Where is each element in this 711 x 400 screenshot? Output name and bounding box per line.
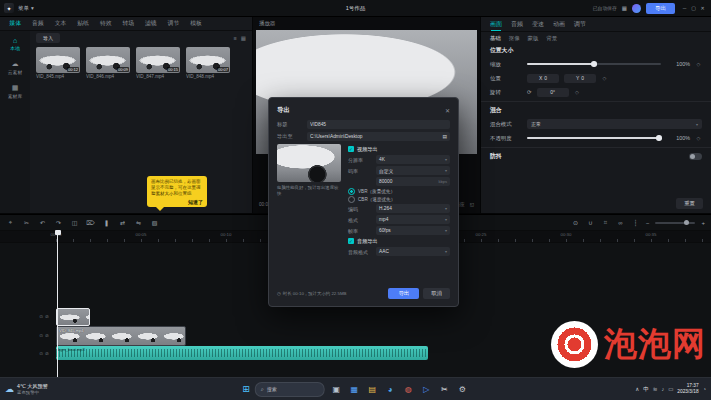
- video-clip-main[interactable]: VID_845.mp4: [56, 326, 186, 346]
- fps-select[interactable]: 60fps ▾: [376, 226, 450, 235]
- keyframe-icon[interactable]: ◇: [601, 75, 608, 81]
- keyframe-icon[interactable]: ◇: [695, 135, 702, 141]
- select-tool-icon[interactable]: ⌖: [6, 219, 15, 226]
- start-button[interactable]: ⊞: [242, 384, 250, 394]
- media-clip-thumb[interactable]: 00:09 VID_846.mp4: [86, 47, 130, 79]
- tooltip-confirm-button[interactable]: 知道了: [188, 199, 203, 205]
- export-button[interactable]: 导出: [646, 3, 675, 14]
- track-mute-icon[interactable]: ⊙: [39, 314, 43, 319]
- rotate-field[interactable]: 0°: [537, 88, 569, 97]
- export-cancel-button[interactable]: 取消: [423, 288, 450, 299]
- position-x-field[interactable]: X 0: [527, 74, 559, 83]
- mirror-icon[interactable]: ⇋: [134, 219, 143, 226]
- vbr-radio[interactable]: VBR（质量优先）: [348, 187, 450, 195]
- media-clip-thumb[interactable]: 00:12 VID_845.mp4: [36, 47, 80, 79]
- capcut-icon[interactable]: ✂: [438, 383, 451, 396]
- folder-icon[interactable]: ▤: [442, 134, 447, 139]
- media-clip-thumb[interactable]: 00:07 VID_848.mp4: [186, 47, 230, 79]
- cbr-radio[interactable]: CBR（速度优先）: [348, 195, 450, 203]
- timeline-zoom-slider[interactable]: [655, 222, 695, 224]
- tab-transitions[interactable]: 转场: [117, 19, 140, 28]
- tab-text[interactable]: 文本: [49, 19, 72, 28]
- sort-icon[interactable]: ≡: [234, 35, 237, 41]
- close-button[interactable]: ✕: [698, 5, 707, 11]
- layout-switch-icon[interactable]: ▦: [622, 5, 627, 11]
- task-view-icon[interactable]: ▣: [330, 383, 343, 396]
- playhead[interactable]: [57, 230, 58, 377]
- battery-icon[interactable]: ▭: [668, 386, 673, 392]
- volume-icon[interactable]: ♪: [661, 386, 664, 392]
- tab-audio[interactable]: 音频: [27, 19, 50, 28]
- crop-icon[interactable]: ▧: [150, 219, 159, 226]
- audio-clip[interactable]: bgm_beat.mp3: [56, 346, 428, 360]
- track-mute-icon[interactable]: ⊙: [39, 351, 43, 356]
- export-path-input[interactable]: C:\Users\Admin\Desktop ▤: [307, 132, 450, 141]
- keyframe-icon[interactable]: ◇: [574, 89, 581, 95]
- redo-icon[interactable]: ↷: [54, 219, 63, 226]
- subtab-basic[interactable]: 基础: [490, 35, 501, 42]
- notification-icon[interactable]: ◔: [703, 386, 706, 392]
- scale-slider[interactable]: [527, 63, 661, 65]
- tab-adjust-props[interactable]: 调节: [574, 17, 586, 31]
- bitrate-select[interactable]: 自定义 ▾: [376, 166, 450, 175]
- widgets-icon[interactable]: ▦: [348, 383, 361, 396]
- tab-audio-props[interactable]: 音频: [511, 17, 523, 31]
- keyframe-icon[interactable]: ◇: [695, 61, 702, 67]
- subtab-background[interactable]: 背景: [546, 35, 557, 42]
- cut-tool-icon[interactable]: ✂: [22, 219, 31, 226]
- undo-icon[interactable]: ↶: [38, 219, 47, 226]
- sidebar-item-cloud[interactable]: ☁ 云素材: [8, 60, 22, 75]
- freeze-frame-icon[interactable]: ❚: [102, 219, 111, 226]
- sidebar-item-library[interactable]: ▦ 素材库: [8, 84, 22, 99]
- link-clips-icon[interactable]: ∞: [616, 220, 625, 226]
- track-mute-icon[interactable]: ⊙: [39, 333, 43, 338]
- store-icon[interactable]: ▷: [420, 383, 433, 396]
- reverse-icon[interactable]: ⇄: [118, 219, 127, 226]
- tab-templates[interactable]: 模板: [185, 19, 208, 28]
- reset-button[interactable]: 重置: [676, 198, 703, 209]
- search-box[interactable]: ⌕ 搜索: [255, 382, 325, 397]
- settings-icon[interactable]: ⚙: [456, 383, 469, 396]
- video-clip-small[interactable]: [56, 308, 90, 326]
- tab-adjust[interactable]: 调节: [162, 19, 185, 28]
- record-audio-icon[interactable]: ⊙: [571, 219, 580, 226]
- tab-speed[interactable]: 变速: [532, 17, 544, 31]
- position-y-field[interactable]: Y 0: [564, 74, 596, 83]
- preview-axis-icon[interactable]: ┆: [631, 219, 640, 226]
- video-export-toggle[interactable]: ✓ 视频导出: [348, 144, 450, 154]
- zoom-in-icon[interactable]: +: [701, 220, 705, 226]
- bitrate-value-input[interactable]: 80000 kbps: [376, 177, 450, 186]
- subtab-cutout[interactable]: 抠像: [509, 35, 520, 42]
- sidebar-item-local[interactable]: ⌂ 本地: [10, 37, 20, 51]
- split-icon[interactable]: ◫: [70, 219, 79, 226]
- export-name-input[interactable]: VID845: [307, 120, 450, 129]
- media-clip-thumb[interactable]: 00:15 VID_847.mp4: [136, 47, 180, 79]
- track-lock-icon[interactable]: ⊘: [45, 314, 49, 319]
- tab-media[interactable]: 媒体: [4, 19, 27, 28]
- fullscreen-icon[interactable]: ◱: [470, 202, 474, 207]
- dialog-close-icon[interactable]: ✕: [445, 107, 450, 114]
- track-lock-icon[interactable]: ⊘: [45, 333, 49, 338]
- menu-button[interactable]: 菜单 ▾: [18, 5, 34, 12]
- subtab-mask[interactable]: 蒙版: [528, 35, 539, 42]
- tray-expand-icon[interactable]: ∧: [635, 386, 639, 392]
- audio-export-toggle[interactable]: ✓ 音频导出: [348, 236, 450, 246]
- opacity-slider[interactable]: [527, 137, 661, 139]
- edge-icon[interactable]: ◕: [384, 383, 397, 396]
- track-lock-icon[interactable]: ⊘: [45, 351, 49, 356]
- tab-picture[interactable]: 画面: [490, 17, 502, 31]
- zoom-out-icon[interactable]: −: [646, 220, 650, 226]
- minimize-button[interactable]: ─: [680, 5, 689, 11]
- rotate-knob-icon[interactable]: ⟳: [527, 89, 532, 95]
- tab-effects[interactable]: 特效: [94, 19, 117, 28]
- audio-format-select[interactable]: AAC ▾: [376, 247, 450, 256]
- weather-widget[interactable]: ☁ 4℃ 大风预警 蓝色预警中: [0, 383, 53, 395]
- export-confirm-button[interactable]: 导出: [388, 288, 419, 299]
- file-explorer-icon[interactable]: ▤: [366, 383, 379, 396]
- network-icon[interactable]: ≋: [653, 386, 658, 392]
- tab-animation[interactable]: 动画: [553, 17, 565, 31]
- clock[interactable]: 17:37 2023/3/18: [677, 383, 698, 395]
- codec-select[interactable]: H.264 ▾: [376, 204, 450, 213]
- resolution-select[interactable]: 4K ▾: [376, 155, 450, 164]
- grid-view-icon[interactable]: ▦: [241, 35, 246, 41]
